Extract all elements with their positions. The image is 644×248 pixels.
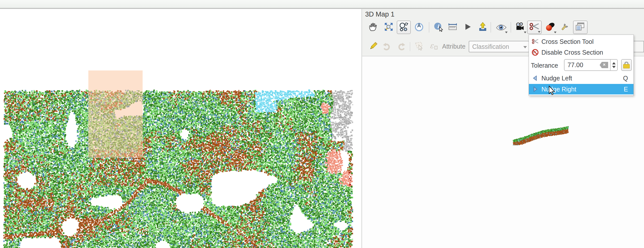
undo-icon [382, 41, 392, 52]
identify-button[interactable]: i [432, 21, 445, 34]
toolbar-separator [410, 42, 410, 51]
spin-up-icon[interactable] [612, 62, 616, 64]
dock-toggle-button[interactable] [573, 21, 588, 34]
spinbox-arrows[interactable] [610, 60, 617, 70]
measure-button[interactable] [446, 21, 459, 34]
toggle-editing-button[interactable] [367, 40, 379, 53]
cross-section-menu: Cross Section Tool Disable Cross Section… [529, 35, 634, 96]
menu-item-tolerance: Tolerance 77.00 × [529, 58, 633, 72]
mouse-cursor [548, 86, 555, 96]
panel-title: 3D Map 1 [365, 11, 394, 18]
menu-item-label: Disable Cross Section [541, 49, 603, 56]
toolbar-separator [429, 22, 429, 33]
zoom-full-icon [384, 22, 394, 33]
spin-down-icon[interactable] [612, 66, 616, 68]
menu-item-label: Cross Section Tool [541, 38, 594, 45]
top-strip [0, 0, 644, 9]
play-animation-button[interactable] [461, 21, 474, 34]
tolerance-spinbox[interactable]: 77.00 × [564, 59, 618, 71]
chevron-down-icon [505, 32, 508, 33]
chevron-down-icon [523, 46, 527, 48]
select-points-button[interactable] [412, 40, 425, 53]
cross-section-slice [511, 123, 570, 145]
menu-item-nudge-right[interactable]: Nudge Right E [529, 84, 633, 94]
menu-item-cross-section-tool[interactable]: Cross Section Tool [529, 36, 633, 47]
menu-item-label: Nudge Right [541, 86, 576, 93]
camera-pan-button[interactable] [366, 21, 379, 34]
triangle-right-icon [531, 85, 539, 93]
lock-button[interactable] [621, 59, 632, 71]
change-attribute-button[interactable]: ε [428, 40, 439, 53]
toolbar-separator [491, 22, 491, 33]
pencil-icon [368, 41, 378, 52]
epsilon-icon: ε [429, 41, 439, 52]
measure-icon [447, 22, 458, 33]
export-icon [477, 22, 488, 33]
toolbar-separator [511, 22, 511, 33]
attribute-combobox-value: Classification [469, 43, 509, 50]
redo-icon [396, 41, 406, 52]
tolerance-label: Tolerance [531, 62, 558, 69]
svg-text:ε: ε [430, 41, 434, 50]
map-2d-viewport[interactable] [0, 9, 361, 248]
cross-section-selection-rect [88, 70, 143, 158]
wrench-icon [559, 22, 570, 33]
chevron-down-icon [524, 32, 526, 33]
triangle-left-icon [531, 74, 539, 82]
dock-window-icon [575, 21, 586, 33]
attribute-label: Attribute [442, 43, 465, 50]
menu-item-label: Nudge Left [541, 75, 572, 82]
play-animation-icon [463, 22, 472, 32]
shadow-button[interactable] [543, 21, 557, 34]
pan-hand-icon [368, 22, 378, 33]
cross-section-button[interactable] [527, 21, 542, 34]
menu-shortcut: E [624, 86, 628, 93]
disable-cross-section-icon [531, 49, 539, 56]
attribute-combobox[interactable]: Classification [469, 41, 529, 52]
navigation-widget-icon [399, 22, 409, 33]
scissors-icon [531, 38, 539, 45]
configure-button[interactable] [558, 21, 571, 34]
point-cloud-map[interactable] [3, 88, 353, 248]
select-polygon-icon [413, 41, 424, 53]
compass-icon [414, 22, 424, 33]
tolerance-value[interactable]: 77.00 [565, 61, 600, 69]
chevron-down-icon [538, 31, 540, 33]
compass-button[interactable] [413, 21, 426, 34]
chevron-down-icon [554, 32, 556, 33]
qgis-window: 3D Map 1 [0, 0, 644, 248]
navigation-widget-button[interactable] [397, 21, 411, 34]
visibility-button[interactable] [494, 21, 508, 34]
undo-button[interactable] [381, 40, 393, 53]
camera-views-button[interactable] [513, 21, 527, 34]
export-button[interactable] [476, 21, 489, 34]
menu-item-disable-cross-section[interactable]: Disable Cross Section [529, 47, 633, 58]
identify-icon: i [433, 21, 444, 33]
menu-item-nudge-left[interactable]: Nudge Left Q [529, 73, 633, 83]
redo-button[interactable] [395, 40, 407, 53]
clear-icon[interactable]: × [600, 62, 608, 68]
zoom-full-button[interactable] [382, 21, 395, 34]
menu-shortcut: Q [623, 75, 628, 82]
